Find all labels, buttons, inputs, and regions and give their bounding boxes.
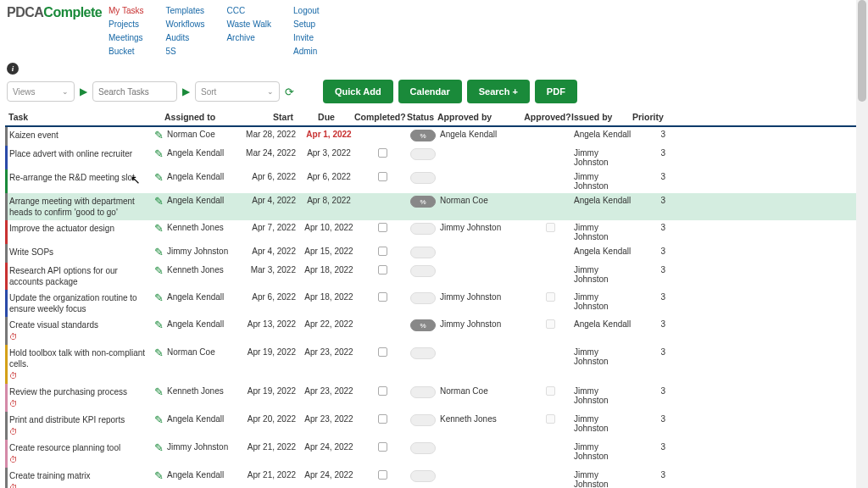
approved-checkbox[interactable] xyxy=(546,292,555,302)
refresh-icon[interactable]: ⟳ xyxy=(285,86,294,98)
approved-checkbox[interactable] xyxy=(546,223,555,232)
assigned-to: Angela Kendall xyxy=(167,319,240,329)
search-button[interactable]: Search + xyxy=(467,80,530,103)
pencil-icon[interactable]: ✎ xyxy=(154,292,164,303)
completed-checkbox[interactable] xyxy=(378,148,387,158)
status-pill[interactable] xyxy=(410,442,436,454)
scrollbar-thumb[interactable] xyxy=(858,0,866,102)
pencil-icon[interactable]: ✎ xyxy=(154,347,164,358)
completed-checkbox[interactable] xyxy=(378,442,387,452)
status-pill[interactable]: % xyxy=(410,130,436,141)
nav-audits[interactable]: Audits xyxy=(166,32,205,44)
completed-checkbox[interactable] xyxy=(378,470,387,480)
search-input[interactable] xyxy=(92,81,177,102)
pencil-icon[interactable]: ✎ xyxy=(154,414,164,425)
status-pill[interactable] xyxy=(410,292,436,304)
table-row[interactable]: Improve the actuator design✎Kenneth Jone… xyxy=(5,220,856,244)
completed-checkbox[interactable] xyxy=(378,223,387,232)
col-header-due[interactable]: Due xyxy=(298,112,354,122)
pencil-icon[interactable]: ✎ xyxy=(154,319,164,330)
status-pill[interactable] xyxy=(410,414,436,426)
nav-templates[interactable]: Templates xyxy=(166,5,205,17)
approved-checkbox[interactable] xyxy=(546,414,555,424)
pencil-icon[interactable]: ✎ xyxy=(154,265,164,276)
col-header-priority[interactable]: Priority xyxy=(632,112,666,122)
pencil-icon[interactable]: ✎ xyxy=(154,130,164,141)
completed-checkbox[interactable] xyxy=(378,265,387,274)
pencil-icon[interactable]: ✎ xyxy=(154,247,164,258)
table-row[interactable]: Kaizen event✎Norman CoeMar 28, 2022Apr 1… xyxy=(5,127,856,146)
pencil-icon[interactable]: ✎ xyxy=(154,386,164,397)
col-header-issued[interactable]: Issued by xyxy=(571,112,632,122)
sort-dropdown[interactable]: Sort⌄ xyxy=(195,81,280,102)
approved-checkbox[interactable] xyxy=(546,386,555,396)
table-row[interactable]: Update the organization routine to ensur… xyxy=(5,290,856,317)
table-row[interactable]: Print and distribute KPI reports⏱✎Angela… xyxy=(5,412,856,440)
status-pill[interactable] xyxy=(410,247,436,258)
col-header-approvedby[interactable]: Approved by xyxy=(436,112,524,122)
table-row[interactable]: Re-arrange the R&D meeting slot✎Angela K… xyxy=(5,169,856,193)
nav-5s[interactable]: 5S xyxy=(166,46,205,58)
scrollbar[interactable] xyxy=(856,0,868,488)
status-pill[interactable] xyxy=(410,223,436,235)
col-header-assigned[interactable]: Assigned to xyxy=(164,112,237,122)
table-row[interactable]: Create resource planning tool⏱✎Jimmy Joh… xyxy=(5,440,856,468)
nav-logout[interactable]: Logout xyxy=(293,5,320,17)
completed-checkbox[interactable] xyxy=(378,414,387,424)
pencil-icon[interactable]: ✎ xyxy=(154,196,164,207)
status-pill[interactable]: % xyxy=(410,319,436,331)
status-pill[interactable]: % xyxy=(410,196,436,208)
table-row[interactable]: Research API options for our accounts pa… xyxy=(5,263,856,290)
table-row[interactable]: Review the purchasing process⏱✎Kenneth J… xyxy=(5,384,856,412)
table-row[interactable]: Place advert with online recruiter✎Angel… xyxy=(5,146,856,169)
col-header-start[interactable]: Start xyxy=(237,112,298,122)
calendar-button[interactable]: Calendar xyxy=(398,80,462,103)
nav-setup[interactable]: Setup xyxy=(293,19,320,30)
col-header-approved[interactable]: Approved? xyxy=(524,112,571,122)
table-row[interactable]: Arrange meeting with department heads to… xyxy=(5,193,856,220)
completed-checkbox[interactable] xyxy=(378,292,387,302)
table-row[interactable]: Create visual standards⏱✎Angela KendallA… xyxy=(5,317,856,345)
nav-my-tasks[interactable]: My Tasks xyxy=(108,5,144,17)
col-header-completed[interactable]: Completed? xyxy=(354,112,405,122)
nav-waste-walk[interactable]: Waste Walk xyxy=(226,19,271,30)
completed-checkbox[interactable] xyxy=(378,172,387,181)
col-header-task[interactable]: Task xyxy=(5,112,164,122)
info-icon[interactable]: i xyxy=(7,63,19,75)
status-pill[interactable] xyxy=(410,347,436,359)
nav-meetings[interactable]: Meetings xyxy=(108,32,144,44)
priority: 3 xyxy=(635,386,669,396)
due-date: Apr 18, 2022 xyxy=(301,265,357,274)
play-icon-2[interactable]: ▶ xyxy=(182,86,190,97)
status-pill[interactable] xyxy=(410,386,436,398)
completed-checkbox[interactable] xyxy=(378,347,387,357)
pdf-button[interactable]: PDF xyxy=(535,80,577,103)
pencil-icon[interactable]: ✎ xyxy=(154,470,164,481)
play-icon[interactable]: ▶ xyxy=(80,86,87,97)
approved-checkbox[interactable] xyxy=(546,319,555,329)
views-dropdown[interactable]: Views⌄ xyxy=(7,81,75,102)
nav-invite[interactable]: Invite xyxy=(293,32,320,44)
nav-archive[interactable]: Archive xyxy=(226,32,271,44)
status-pill[interactable] xyxy=(410,172,436,184)
status-pill[interactable] xyxy=(410,470,436,482)
nav-admin[interactable]: Admin xyxy=(293,46,320,58)
quick-add-button[interactable]: Quick Add xyxy=(323,80,393,103)
completed-checkbox[interactable] xyxy=(378,386,387,396)
status-pill[interactable] xyxy=(410,265,436,277)
logo[interactable]: PDCAComplete xyxy=(7,5,108,58)
nav-workflows[interactable]: Workflows xyxy=(166,19,205,30)
nav-projects[interactable]: Projects xyxy=(108,19,144,30)
pencil-icon[interactable]: ✎ xyxy=(154,148,164,159)
nav-bucket[interactable]: Bucket xyxy=(108,46,144,58)
status-pill[interactable] xyxy=(410,148,436,160)
col-header-status[interactable]: Status xyxy=(405,112,436,122)
pencil-icon[interactable]: ✎ xyxy=(154,172,164,183)
table-row[interactable]: Write SOPs✎Jimmy JohnstonApr 4, 2022Apr … xyxy=(5,244,856,263)
table-row[interactable]: Create training matrix⏱✎Angela KendallAp… xyxy=(5,468,856,488)
table-row[interactable]: Hold toolbox talk with non-compliant cel… xyxy=(5,345,856,384)
pencil-icon[interactable]: ✎ xyxy=(154,223,164,234)
pencil-icon[interactable]: ✎ xyxy=(154,442,164,453)
nav-ccc[interactable]: CCC xyxy=(226,5,271,17)
completed-checkbox[interactable] xyxy=(378,247,387,256)
